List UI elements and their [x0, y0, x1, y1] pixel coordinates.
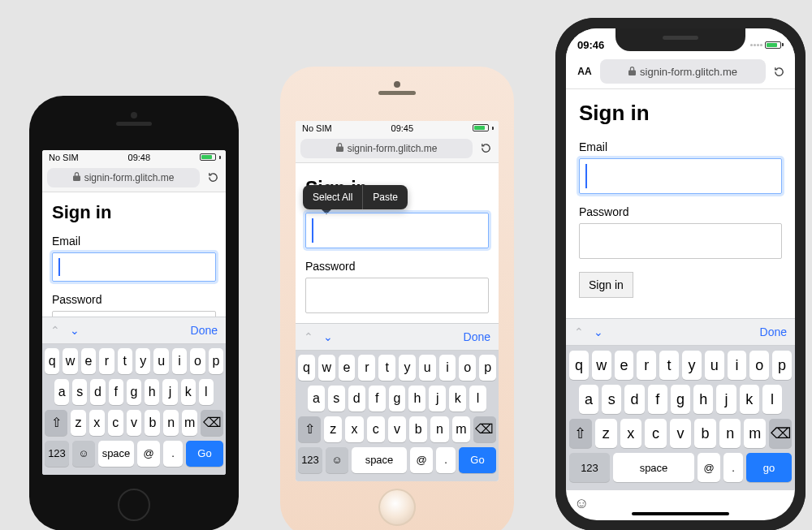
- key-p[interactable]: p: [772, 351, 792, 380]
- text-size-button[interactable]: AA: [574, 66, 595, 77]
- key-x[interactable]: x: [620, 419, 642, 448]
- key-v[interactable]: v: [388, 416, 406, 442]
- shift-key[interactable]: ⇧: [45, 410, 67, 436]
- key-j[interactable]: j: [716, 385, 736, 414]
- key-g[interactable]: g: [389, 386, 406, 412]
- key-t[interactable]: t: [659, 351, 679, 380]
- home-indicator[interactable]: [632, 512, 729, 515]
- key-i[interactable]: i: [172, 348, 187, 374]
- key-h[interactable]: h: [693, 385, 713, 414]
- key-k[interactable]: k: [740, 385, 759, 414]
- key-h[interactable]: h: [145, 379, 159, 405]
- key-z[interactable]: z: [71, 410, 86, 436]
- key-d[interactable]: d: [90, 379, 105, 405]
- key-b[interactable]: b: [145, 410, 160, 436]
- key-r[interactable]: r: [99, 348, 114, 374]
- key-j[interactable]: j: [162, 379, 177, 405]
- key-n[interactable]: n: [163, 410, 179, 436]
- prev-field-icon[interactable]: ⌃: [574, 325, 584, 338]
- key-n[interactable]: n: [719, 419, 741, 448]
- keyboard-done[interactable]: Done: [760, 325, 787, 338]
- key-a[interactable]: a: [54, 379, 69, 405]
- key-h[interactable]: h: [408, 386, 425, 412]
- key-u[interactable]: u: [705, 351, 724, 380]
- go-key[interactable]: go: [746, 453, 792, 482]
- key-c[interactable]: c: [645, 419, 667, 448]
- key-v[interactable]: v: [670, 419, 692, 448]
- key-w[interactable]: w: [318, 355, 335, 381]
- key-q[interactable]: q: [569, 351, 589, 380]
- key-k[interactable]: k: [181, 379, 196, 405]
- key-o[interactable]: o: [749, 351, 769, 380]
- key-i[interactable]: i: [728, 351, 747, 380]
- next-field-icon[interactable]: ⌄: [70, 324, 80, 337]
- key-r[interactable]: r: [358, 355, 375, 381]
- key-a[interactable]: a: [579, 385, 598, 414]
- key-f[interactable]: f: [369, 386, 386, 412]
- key-l[interactable]: l: [199, 379, 214, 405]
- key-m[interactable]: m: [452, 416, 470, 442]
- key-v[interactable]: v: [127, 410, 142, 436]
- key-x[interactable]: x: [345, 416, 363, 442]
- next-field-icon[interactable]: ⌄: [323, 330, 333, 343]
- refresh-icon[interactable]: [205, 171, 221, 183]
- key-q[interactable]: q: [45, 348, 59, 374]
- key-g[interactable]: g: [671, 385, 690, 414]
- key-r[interactable]: r: [637, 351, 656, 380]
- numeric-key[interactable]: 123: [298, 447, 322, 473]
- at-key[interactable]: @: [698, 453, 720, 482]
- key-z[interactable]: z: [595, 419, 617, 448]
- dot-key[interactable]: .: [163, 441, 183, 467]
- key-s[interactable]: s: [72, 379, 87, 405]
- address-bar[interactable]: signin-form.glitch.me: [296, 136, 499, 163]
- key-o[interactable]: o: [190, 348, 205, 374]
- key-f[interactable]: f: [109, 379, 123, 405]
- key-q[interactable]: q: [298, 355, 315, 381]
- key-y[interactable]: y: [399, 355, 416, 381]
- backspace-key[interactable]: ⌫: [201, 410, 223, 436]
- email-field[interactable]: [579, 158, 782, 194]
- key-e[interactable]: e: [339, 355, 356, 381]
- emoji-key[interactable]: ☺: [326, 447, 348, 473]
- password-field[interactable]: [579, 223, 782, 259]
- keyboard-done[interactable]: Done: [191, 324, 218, 337]
- key-l[interactable]: l: [469, 386, 486, 412]
- key-k[interactable]: k: [449, 386, 466, 412]
- emoji-key[interactable]: ☺: [574, 495, 589, 512]
- key-a[interactable]: a: [308, 386, 325, 412]
- dot-key[interactable]: .: [723, 453, 743, 482]
- key-p[interactable]: p: [479, 355, 496, 381]
- at-key[interactable]: @: [137, 441, 160, 467]
- key-w[interactable]: w: [63, 348, 77, 374]
- space-key[interactable]: space: [98, 441, 134, 467]
- email-field[interactable]: [305, 213, 489, 248]
- key-u[interactable]: u: [153, 348, 168, 374]
- backspace-key[interactable]: ⌫: [769, 419, 792, 448]
- key-l[interactable]: l: [762, 385, 782, 414]
- home-button[interactable]: [378, 489, 416, 526]
- next-field-icon[interactable]: ⌄: [594, 325, 603, 338]
- key-d[interactable]: d: [624, 385, 644, 414]
- go-key[interactable]: Go: [186, 441, 223, 467]
- dot-key[interactable]: .: [436, 447, 456, 473]
- at-key[interactable]: @: [410, 447, 433, 473]
- key-s[interactable]: s: [328, 386, 345, 412]
- key-n[interactable]: n: [430, 416, 448, 442]
- key-m[interactable]: m: [744, 419, 766, 448]
- key-x[interactable]: x: [89, 410, 105, 436]
- key-i[interactable]: i: [439, 355, 456, 381]
- key-e[interactable]: e: [81, 348, 96, 374]
- key-f[interactable]: f: [648, 385, 667, 414]
- key-y[interactable]: y: [682, 351, 702, 380]
- space-key[interactable]: space: [352, 447, 407, 473]
- shift-key[interactable]: ⇧: [569, 419, 592, 448]
- key-m[interactable]: m: [182, 410, 197, 436]
- key-c[interactable]: c: [108, 410, 123, 436]
- key-p[interactable]: p: [209, 348, 223, 374]
- key-g[interactable]: g: [127, 379, 141, 405]
- key-t[interactable]: t: [378, 355, 395, 381]
- key-e[interactable]: e: [615, 351, 634, 380]
- refresh-icon[interactable]: [771, 66, 787, 78]
- go-key[interactable]: Go: [459, 447, 496, 473]
- key-s[interactable]: s: [602, 385, 621, 414]
